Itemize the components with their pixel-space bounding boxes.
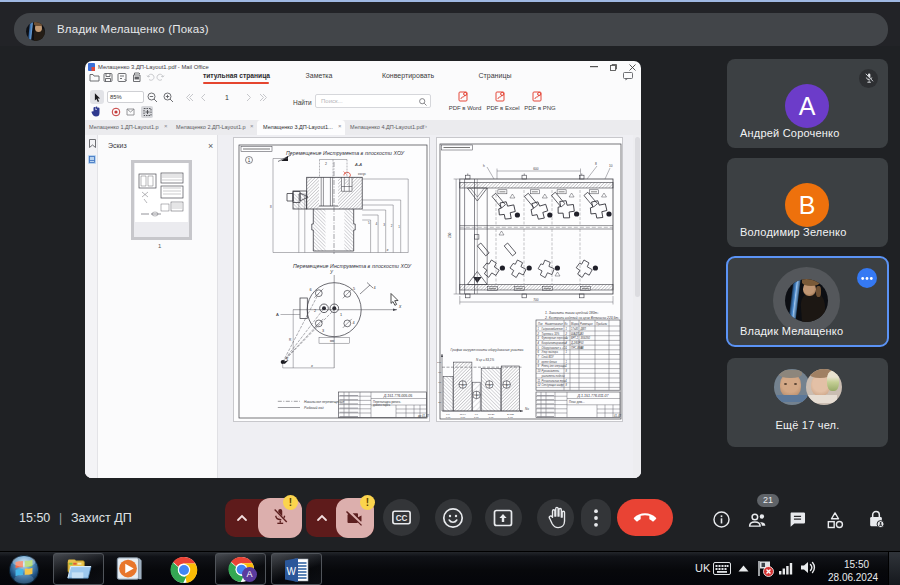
svg-text:НЦ: НЦ — [487, 383, 491, 386]
svg-text:1: 1 — [565, 378, 567, 382]
svg-text:Поз: Поз — [538, 321, 543, 325]
svg-text:6: 6 — [537, 350, 539, 354]
svg-text:8: 8 — [595, 161, 597, 165]
svg-text:3: 3 — [537, 336, 539, 340]
svg-text:10: 10 — [609, 163, 613, 167]
svg-text:50: 50 — [580, 340, 583, 344]
svg-text:1: 1 — [565, 326, 567, 330]
svg-text:5: 5 — [368, 221, 370, 225]
svg-text:12: 12 — [537, 383, 540, 387]
svg-text:700: 700 — [533, 297, 539, 301]
svg-text:конус: конус — [358, 172, 367, 176]
svg-text:80: 80 — [438, 371, 441, 374]
svg-text:Рабочий ход: Рабочий ход — [304, 406, 324, 410]
svg-text:1 шт: 1 шт — [474, 415, 479, 417]
svg-text:ВРТ-1: ВРТ-1 — [571, 336, 579, 340]
svg-text:8: 8 — [270, 205, 272, 209]
svg-text:Размещая: Размещая — [580, 321, 593, 325]
svg-text:2: 2 — [325, 161, 327, 165]
svg-text:План дем...: План дем... — [569, 399, 585, 403]
svg-text:Оборудование с «О»: Оборудование с «О» — [541, 345, 567, 349]
svg-text:10: 10 — [537, 369, 540, 373]
svg-text:8: 8 — [565, 369, 567, 373]
svg-text:НЦ: НЦ — [460, 383, 464, 386]
svg-text:2: 2 — [390, 224, 392, 228]
svg-text:Следующих шифр: Следующих шифр — [541, 383, 564, 387]
svg-text:40: 40 — [580, 331, 583, 335]
svg-text:R: R — [289, 338, 292, 342]
svg-text:CC: CC — [396, 514, 408, 523]
svg-text:Слой ВОУ: Слой ВОУ — [541, 355, 553, 359]
svg-text:Тарелки с 10%: Тарелки с 10% — [541, 331, 560, 335]
svg-text:9: 9 — [537, 364, 539, 368]
svg-text:Марка: Марка — [571, 321, 579, 325]
svg-text:355/250: 355/250 — [580, 336, 590, 340]
svg-text:5: 5 — [537, 345, 539, 349]
svg-text:А-А: А-А — [354, 161, 362, 166]
svg-text:А: А — [276, 312, 279, 317]
svg-text:250: 250 — [448, 232, 452, 238]
svg-text:1 шт: 1 шт — [488, 415, 493, 417]
svg-text:60: 60 — [438, 381, 441, 384]
svg-text:W: W — [286, 566, 296, 577]
svg-text:х: х — [310, 363, 314, 367]
svg-text:Д.151.776.005.05: Д.151.776.005.05 — [382, 393, 412, 397]
svg-text:мм: мм — [330, 339, 334, 343]
svg-text:40: 40 — [438, 391, 441, 394]
svg-text:1: 1 — [537, 326, 539, 330]
svg-text:4: 4 — [537, 340, 539, 344]
svg-text:1: 1 — [247, 157, 250, 162]
svg-text:Прибыли: Прибыли — [596, 321, 608, 325]
svg-text:20: 20 — [438, 401, 441, 404]
svg-text:х: х — [385, 247, 389, 252]
svg-text:1: 1 — [565, 359, 567, 363]
svg-text:Перемещение Инструмента в плос: Перемещение Инструмента в плоскости ХОУ — [293, 263, 412, 269]
svg-text:Начальное перемещение: Начальное перемещение — [304, 400, 344, 404]
svg-text:3: 3 — [322, 329, 324, 333]
svg-text:У: У — [330, 270, 334, 275]
svg-text:4: 4 — [373, 285, 375, 289]
svg-text:Футлярные передачи: Футлярные передачи — [541, 336, 568, 340]
svg-text:1: 1 — [565, 364, 567, 368]
svg-text:1: 1 — [565, 350, 567, 354]
svg-text:8: 8 — [537, 359, 539, 363]
svg-text:V: V — [286, 357, 289, 361]
svg-text:4: 4 — [352, 321, 354, 325]
svg-text:дового парка: дового парка — [373, 403, 390, 407]
svg-text:1. Закалить тиски средний 180т: 1. Закалить тиски средний 180т³ — [545, 310, 599, 314]
svg-text:1 шт: 1 шт — [445, 415, 450, 417]
svg-text:1: 1 — [340, 313, 342, 317]
svg-text:Гидрокомбинезон: Гидрокомбинезон — [541, 326, 563, 330]
svg-text:НЦ: НЦ — [504, 383, 508, 386]
svg-text:Руководитель: Руководитель — [541, 369, 559, 373]
svg-text:Кч: Кч — [564, 321, 568, 325]
svg-text:600: 600 — [533, 166, 539, 170]
svg-text:Региональных трио: Региональных трио — [541, 378, 566, 382]
svg-text:41-47: 41-47 — [614, 413, 622, 417]
svg-text:Резец для операции: Резец для операции — [541, 364, 566, 368]
svg-text:ДВП: ДВП — [579, 326, 586, 330]
svg-text:2: 2 — [536, 331, 539, 335]
svg-text:2: 2 — [564, 340, 567, 344]
svg-text:N ср = 83,1%: N ср = 83,1% — [475, 357, 493, 361]
svg-text:График загруженности оборудова: График загруженности оборудования участк… — [450, 347, 523, 351]
svg-text:Nо: Nо — [525, 407, 529, 411]
svg-text:7: 7 — [537, 355, 539, 359]
svg-text:100: 100 — [437, 361, 442, 364]
svg-text:1: 1 — [565, 345, 567, 349]
svg-text:4: 4 — [375, 222, 377, 226]
svg-text:5: 5 — [353, 287, 355, 291]
svg-text:усилитель победы: усилитель победы — [540, 373, 564, 377]
svg-text:Перемещение Инструмента в плос: Перемещение Инструмента в плоскости ХОУ — [286, 150, 405, 156]
svg-text:Упор надзора: Упор надзора — [541, 350, 558, 354]
svg-text:17х20: 17х20 — [571, 326, 579, 330]
svg-text:Д.1.151.776.011.07: Д.1.151.776.011.07 — [576, 394, 609, 398]
svg-text:1: 1 — [225, 94, 229, 101]
svg-text:2: 2 — [564, 331, 567, 335]
svg-text:44: 44 — [580, 345, 583, 349]
svg-text:Координатирование: Координатирование — [541, 340, 567, 344]
svg-text:h: h — [483, 163, 485, 167]
svg-text:НЦ: НЦ — [474, 393, 478, 396]
svg-text:крепл белых: крепл белых — [541, 359, 557, 363]
svg-text:др 41-47: др 41-47 — [418, 413, 430, 417]
